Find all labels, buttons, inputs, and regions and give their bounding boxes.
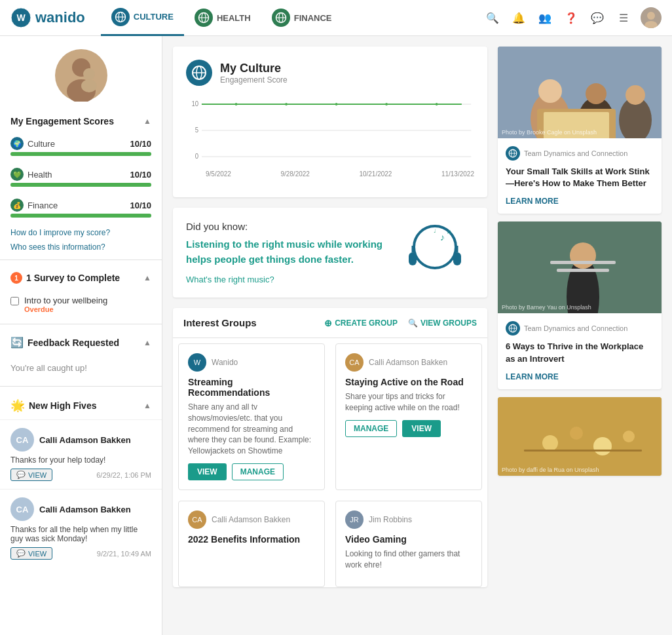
svg-text:W: W bbox=[16, 12, 26, 23]
svg-point-63 bbox=[570, 427, 583, 440]
article-learn-more-1[interactable]: LEARN MORE bbox=[506, 372, 559, 381]
engagement-scores-title: My Engagement Scores bbox=[10, 116, 114, 126]
culture-score-fill bbox=[10, 152, 151, 156]
main-layout: My Engagement Scores ▲ 🌍 Culture 10/10 💚… bbox=[0, 36, 672, 635]
finance-nav-icon bbox=[272, 9, 290, 27]
group-desc-0: Share any and all tv shows/movies/etc. t… bbox=[188, 402, 315, 457]
group-title-1: Staying Active on the Road bbox=[345, 377, 472, 387]
survey-item-wellbeing: Intro to your wellbeing Overdue bbox=[0, 290, 162, 318]
highfive-view-btn-1[interactable]: 💬 VIEW bbox=[10, 547, 52, 560]
score-health: 💚 Health 10/10 bbox=[0, 164, 162, 195]
group-owner-3: Jim Robbins bbox=[369, 515, 412, 524]
highfive-view-btn-0[interactable]: 💬 VIEW bbox=[10, 469, 52, 481]
culture-card-title: My Culture bbox=[220, 62, 288, 75]
article-card-1: Photo by Barney Yau on Unsplash Team Dyn… bbox=[498, 221, 662, 389]
people-icon[interactable]: 👥 bbox=[536, 9, 554, 27]
group-item-3: JR Jim Robbins Video Gaming Looking to f… bbox=[335, 501, 482, 587]
group-item-1: CA Calli Adamson Bakken Staying Active o… bbox=[335, 343, 482, 490]
chart-x-labels: 9/5/2022 9/28/2022 10/21/2022 11/13/2022 bbox=[186, 170, 474, 178]
article-learn-more-0[interactable]: LEARN MORE bbox=[506, 197, 559, 206]
group-view-btn-0[interactable]: VIEW bbox=[188, 463, 227, 480]
finance-score-value: 10/10 bbox=[130, 201, 151, 210]
engagement-score-label: Engagement Score bbox=[220, 75, 288, 85]
svg-text:10: 10 bbox=[191, 100, 198, 107]
group-view-btn-1[interactable]: VIEW bbox=[402, 420, 441, 437]
highfives-title: New High Fives bbox=[29, 400, 96, 411]
culture-score-value: 10/10 bbox=[130, 139, 151, 149]
survey-checkbox[interactable] bbox=[10, 297, 19, 305]
chart-label-3: 11/13/2022 bbox=[441, 170, 474, 178]
profile-avatar-image bbox=[55, 49, 107, 102]
group-item-2: CA Calli Adamson Bakken 2022 Benefits In… bbox=[178, 501, 325, 587]
didyouknow-link[interactable]: What's the right music? bbox=[186, 275, 383, 284]
group-manage-btn-1[interactable]: MANAGE bbox=[345, 420, 397, 437]
app-logo[interactable]: W wanido bbox=[10, 7, 85, 28]
survey-overdue-label: Overdue bbox=[24, 305, 107, 313]
menu-icon[interactable]: ☰ bbox=[614, 9, 633, 27]
svg-rect-66 bbox=[524, 450, 642, 452]
chart-label-0: 9/5/2022 bbox=[206, 170, 231, 178]
message-icon[interactable]: 💬 bbox=[588, 9, 607, 27]
feedback-caught-text: You're all caught up! bbox=[0, 355, 162, 381]
highfive-icon: 🌟 bbox=[10, 398, 25, 413]
health-score-fill bbox=[10, 183, 151, 187]
search-groups-icon: 🔍 bbox=[408, 318, 418, 328]
user-avatar[interactable] bbox=[641, 7, 662, 28]
didyouknow-label: Did you know: bbox=[186, 221, 383, 232]
health-score-icon: 💚 bbox=[10, 168, 24, 181]
groups-title: Interest Groups bbox=[183, 317, 324, 328]
svg-point-32 bbox=[436, 103, 438, 106]
svg-point-18 bbox=[81, 79, 97, 92]
group-avatar-2: CA bbox=[188, 510, 206, 529]
highfive-date-1: 9/2/21, 10:49 AM bbox=[97, 550, 151, 558]
group-avatar-3: JR bbox=[345, 510, 364, 529]
article-card-2: Photo by daffi de la Rua on Unsplash bbox=[498, 397, 662, 476]
groups-actions: ⊕ CREATE GROUP 🔍 VIEW GROUPS bbox=[324, 318, 477, 328]
group-avatar-0: W bbox=[188, 353, 206, 372]
group-btns-1: MANAGE VIEW bbox=[345, 420, 472, 437]
main-nav: CULTURE HEALTH FINANCE bbox=[101, 0, 483, 36]
nav-item-health[interactable]: HEALTH bbox=[184, 0, 261, 36]
group-manage-btn-0[interactable]: MANAGE bbox=[232, 463, 284, 480]
nav-item-culture[interactable]: CULTURE bbox=[101, 0, 184, 36]
svg-point-17 bbox=[83, 68, 95, 80]
article-img-0: Photo by Brooke Cagle on Unsplash bbox=[498, 47, 662, 138]
svg-point-55 bbox=[570, 242, 596, 269]
group-item-0: W Wanido Streaming Recommendations Share… bbox=[178, 343, 325, 490]
highfives-section-header[interactable]: 🌟 New High Fives ▲ bbox=[0, 392, 162, 419]
create-group-btn[interactable]: ⊕ CREATE GROUP bbox=[324, 318, 398, 328]
svg-point-65 bbox=[623, 431, 635, 442]
highfive-msg-1: Thanks for all the help when my little g… bbox=[10, 525, 151, 543]
headphones-svg: ♪ ♫ ♩ bbox=[396, 222, 474, 281]
health-score-label: Health bbox=[28, 170, 52, 180]
bell-icon[interactable]: 🔔 bbox=[510, 9, 528, 27]
plus-icon: ⊕ bbox=[324, 318, 332, 328]
feedback-section-header[interactable]: 🔄 Feedback Requested ▲ bbox=[0, 330, 162, 355]
engagement-chevron-icon: ▲ bbox=[143, 117, 151, 126]
svg-point-45 bbox=[586, 83, 607, 104]
culture-score-label: Culture bbox=[28, 139, 55, 149]
survey-section-header[interactable]: 1 1 Survey to Complete ▲ bbox=[0, 265, 162, 290]
culture-label: CULTURE bbox=[134, 12, 174, 22]
group-title-2: 2022 Benefits Information bbox=[188, 534, 315, 545]
search-icon[interactable]: 🔍 bbox=[483, 9, 502, 27]
finance-score-label: Finance bbox=[28, 201, 58, 210]
svg-point-12 bbox=[647, 12, 655, 20]
finance-score-fill bbox=[10, 214, 151, 218]
view-groups-btn[interactable]: 🔍 VIEW GROUPS bbox=[408, 318, 477, 328]
improve-score-link[interactable]: How do I improve my score? bbox=[0, 225, 162, 240]
nav-item-finance[interactable]: FINANCE bbox=[261, 0, 343, 36]
article-img-2: Photo by daffi de la Rua on Unsplash bbox=[498, 397, 662, 476]
culture-score-icon: 🌍 bbox=[10, 137, 24, 150]
highfive-item-0: CA Calli Adamson Bakken Thanks for your … bbox=[0, 419, 162, 489]
who-sees-link[interactable]: Who sees this information? bbox=[0, 240, 162, 254]
article-tag-1: Team Dynamics and Connection bbox=[524, 324, 627, 332]
article-content-0: Team Dynamics and Connection Your Small … bbox=[498, 138, 662, 214]
help-icon[interactable]: ❓ bbox=[562, 9, 580, 27]
engagement-scores-header[interactable]: My Engagement Scores ▲ bbox=[0, 109, 162, 133]
engagement-chart: 10 5 0 bbox=[186, 96, 474, 184]
chart-label-1: 9/28/2022 bbox=[280, 170, 310, 178]
nav-right-icons: 🔍 🔔 👥 ❓ 💬 ☰ bbox=[483, 7, 662, 28]
interest-groups-card: Interest Groups ⊕ CREATE GROUP 🔍 VIEW GR… bbox=[173, 308, 487, 587]
health-nav-icon bbox=[195, 9, 213, 27]
